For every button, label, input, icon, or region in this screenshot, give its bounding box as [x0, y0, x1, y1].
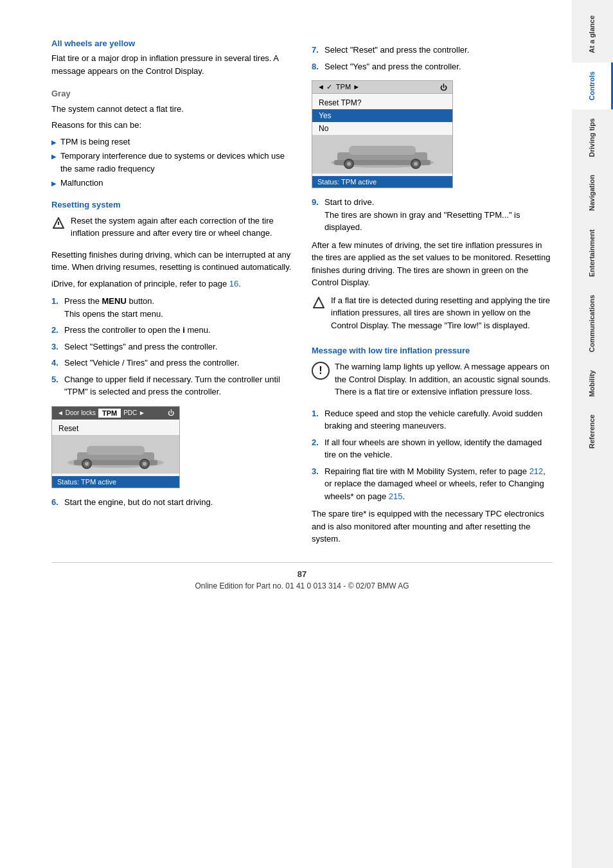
bullet-icon-1: ▶ [51, 137, 57, 147]
para-yellow: Flat tire or a major drop in inflation p… [51, 52, 292, 77]
screen-image-2: ◄ ✓ TPM ► ⏻ Reset TPM? Yes No [312, 80, 453, 188]
step-r-num-3: 3. [312, 465, 321, 503]
step-text-4: Select "Vehicle / Tires" and press the c… [64, 357, 239, 369]
nav-tpm-active: TPM [98, 409, 121, 418]
step-num-2: 2. [51, 324, 60, 337]
step-9: 9. Start to drive.The tires are shown in… [312, 196, 553, 234]
step-r-text-3: Repairing flat tire with M Mobility Syst… [324, 465, 553, 503]
sidebar-tab-controls[interactable]: Controls [572, 62, 613, 109]
step-text-3: Select "Settings" and press the controll… [64, 341, 217, 353]
step-r-num-2: 2. [312, 436, 321, 461]
page-number: 87 [51, 569, 553, 579]
step-text-6: Start the engine, but do not start drivi… [64, 496, 213, 509]
page-footer: 87 Online Edition for Part no. 01 41 0 0… [51, 562, 553, 590]
link-page212[interactable]: 212 [529, 466, 544, 476]
step-6: 6. Start the engine, but do not start dr… [51, 496, 292, 509]
sidebar-tab-navigation[interactable]: Navigation [572, 166, 613, 220]
step-7: 7. Select "Reset" and press the controll… [312, 44, 553, 57]
steps-right: 1. Reduce speed and stop the vehicle car… [312, 407, 553, 503]
step-num-9: 9. [312, 196, 321, 234]
screen-car-2 [312, 135, 452, 173]
screen-power-icon: ⏻ [440, 84, 447, 91]
para-spare-tire: The spare tire* is equipped with the nec… [312, 508, 553, 545]
heading-resetting-system: Resetting system [51, 200, 292, 209]
svg-point-16 [347, 162, 351, 166]
bullet-icon-3: ▶ [51, 179, 57, 188]
screen-body-2: Reset TPM? Yes No [312, 94, 452, 176]
left-column: All wheels are yellow Flat tire or a maj… [51, 39, 292, 549]
note-block-right-1: If a flat tire is detected during resett… [312, 294, 553, 336]
step-2: 2. Press the controller to open the i me… [51, 324, 292, 337]
sidebar-tab-reference[interactable]: Reference [572, 405, 613, 457]
sidebar: At a glance Controls Driving tips Naviga… [572, 0, 613, 868]
para-right-1: After a few minutes of driving, the set … [312, 239, 553, 289]
gray-bullets: ▶ TPM is being reset ▶ Temporary interfe… [51, 136, 292, 190]
heading-gray: Gray [51, 87, 292, 100]
step-text-2: Press the controller to open the i menu. [64, 324, 211, 337]
steps-9: 9. Start to drive.The tires are shown in… [312, 196, 553, 234]
screen-body-1: Reset [52, 420, 179, 476]
steps-7-8: 7. Select "Reset" and press the controll… [312, 44, 553, 73]
warning-block: ! The warning lamp lights up yellow. A m… [312, 360, 553, 402]
bullet-icon-2: ▶ [51, 152, 57, 161]
heading-all-wheels-yellow: All wheels are yellow [51, 39, 292, 48]
nav-left: ◄ Door locks [57, 409, 96, 416]
step-num-1: 1. [51, 295, 60, 320]
note-block-1: Reset the system again after each correc… [51, 215, 292, 244]
step-r-text-1: Reduce speed and stop the vehicle carefu… [324, 407, 553, 432]
warning-icon: ! [312, 362, 330, 380]
sidebar-tab-at-a-glance[interactable]: At a glance [572, 6, 613, 62]
sidebar-tab-communications[interactable]: Communications [572, 286, 613, 361]
steps-list-6: 6. Start the engine, but do not start dr… [51, 496, 292, 509]
svg-marker-18 [314, 297, 324, 308]
svg-rect-4 [87, 446, 145, 455]
svg-rect-12 [349, 146, 416, 155]
bullet-tpm-reset: ▶ TPM is being reset [51, 136, 292, 148]
screen-row-no: No [312, 122, 452, 135]
step-r2: 2. If all four wheels are shown in yello… [312, 436, 553, 461]
step-r-num-1: 1. [312, 407, 321, 432]
warning-text: The warning lamp lights up yellow. A mes… [335, 360, 553, 398]
step-1: 1. Press the MENU button.This opens the … [51, 295, 292, 320]
copyright-text: Online Edition for Part no. 01 41 0 013 … [51, 581, 553, 590]
step-num-3: 3. [51, 341, 60, 353]
note-text-right-1: If a flat tire is detected during resett… [331, 294, 553, 332]
para-gray-2: Reasons for this can be: [51, 119, 292, 132]
screen-header-2: ◄ ✓ TPM ► ⏻ [312, 81, 452, 94]
step-r3: 3. Repairing flat tire with M Mobility S… [312, 465, 553, 503]
bullet-interference: ▶ Temporary interference due to systems … [51, 150, 292, 175]
svg-point-9 [143, 462, 147, 466]
screen-image-1: ◄ Door locks TPM PDC ► ⏻ Reset [51, 406, 180, 488]
screen-header-text: ◄ ✓ TPM ► [317, 83, 360, 91]
heading-message-low-tire: Message with low tire inflation pressure [312, 346, 553, 355]
link-page215[interactable]: 215 [389, 492, 403, 501]
step-num-6: 6. [51, 496, 60, 509]
step-3: 3. Select "Settings" and press the contr… [51, 341, 292, 353]
step-5: 5. Change to upper field if necessary. T… [51, 373, 292, 398]
nav-bar-1: ◄ Door locks TPM PDC ► ⏻ [52, 407, 179, 420]
nav-power: ⏻ [168, 409, 174, 416]
step-num-4: 4. [51, 357, 60, 369]
para-gray-1: The system cannot detect a flat tire. [51, 103, 292, 116]
nav-pdc: PDC ► [123, 409, 145, 416]
right-column: 7. Select "Reset" and press the controll… [312, 39, 553, 549]
step-8: 8. Select "Yes" and press the controller… [312, 60, 553, 73]
screen-row-reset-tpm: Reset TPM? [312, 96, 452, 109]
para-resetting-1: Resetting finishes during driving, which… [51, 249, 292, 274]
para-idrive: iDrive, for explanation of principle, re… [51, 278, 292, 290]
step-num-5: 5. [51, 373, 60, 398]
link-page16[interactable]: 16 [229, 279, 238, 288]
svg-point-8 [85, 462, 89, 466]
step-num-8: 8. [312, 60, 321, 73]
sidebar-tab-entertainment[interactable]: Entertainment [572, 220, 613, 286]
step-text-5: Change to upper field if necessary. Turn… [64, 373, 292, 398]
screen-car-1 [52, 435, 179, 474]
screen-status-2: Status: TPM active [312, 176, 452, 188]
sidebar-tab-mobility[interactable]: Mobility [572, 361, 613, 406]
sidebar-tab-driving-tips[interactable]: Driving tips [572, 109, 613, 166]
step-r-text-2: If all four wheels are shown in yellow, … [324, 436, 553, 461]
screen-row-reset: Reset [52, 422, 179, 435]
steps-list: 1. Press the MENU button.This opens the … [51, 295, 292, 398]
step-text-7: Select "Reset" and press the controller. [324, 44, 469, 57]
note-triangle-icon-right [312, 296, 326, 310]
